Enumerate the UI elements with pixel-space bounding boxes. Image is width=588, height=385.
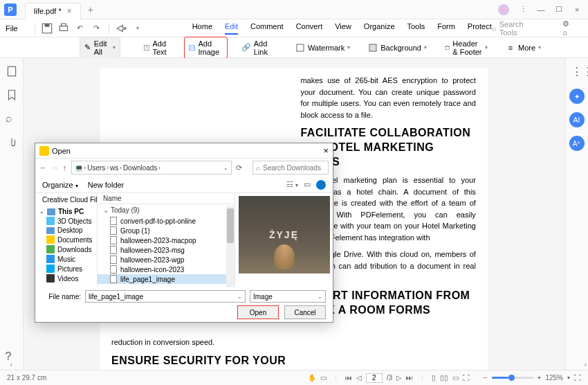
tab-edit[interactable]: Edit	[225, 22, 238, 35]
dialog-search-input[interactable]	[263, 164, 325, 172]
view-mode-icon[interactable]: ☷ ▾	[286, 180, 298, 189]
tab-tools[interactable]: Tools	[407, 22, 425, 35]
file-list[interactable]: Name ⌄Today (9) convert-pdf-to-ppt-onlin…	[98, 193, 235, 287]
close-dialog-icon[interactable]: ×	[323, 145, 329, 156]
tab-organize[interactable]: Organize	[364, 22, 395, 35]
minimize-icon[interactable]: —	[533, 3, 549, 17]
redo-icon[interactable]: ↷	[91, 22, 103, 35]
save-icon[interactable]	[41, 22, 53, 35]
dialog-title: Open	[52, 147, 71, 155]
open-file-dialog: Open × ← → ↑ 💻 › Users› ws› Downloads› ⌄…	[35, 143, 333, 323]
first-page-icon[interactable]: ⏮	[345, 374, 352, 382]
tab-protect[interactable]: Protect	[468, 22, 492, 35]
preview-pane-icon[interactable]: ▭	[304, 180, 311, 189]
file-item[interactable]: halloween-2023-msg	[98, 245, 235, 255]
more-menu-icon[interactable]: ⋮	[515, 3, 531, 17]
prev-page-icon[interactable]: ◁	[356, 374, 362, 382]
breadcrumb[interactable]: 💻 › Users› ws› Downloads› ⌄	[71, 161, 232, 174]
filename-input[interactable]: life_page1_image⌄	[85, 290, 246, 303]
tune-icon[interactable]: ⋮⋮	[571, 65, 582, 76]
cancel-button[interactable]: Cancel	[284, 305, 326, 319]
close-window-icon[interactable]: ×	[569, 3, 585, 17]
open-button[interactable]: Open	[237, 305, 279, 319]
share-icon[interactable]	[115, 22, 127, 35]
up-icon[interactable]: ↑	[63, 163, 67, 172]
add-image-button[interactable]: Add Image	[184, 37, 228, 59]
add-text-button[interactable]: T Add Text	[140, 37, 174, 58]
forward-icon[interactable]: →	[51, 163, 59, 172]
search-tools[interactable]: ⌕ Search Tools	[492, 20, 542, 37]
svg-rect-3	[61, 24, 66, 26]
organize-button[interactable]: Organize ▾	[42, 181, 78, 189]
refresh-icon[interactable]: ⟳	[236, 163, 248, 172]
next-page-icon[interactable]: ▷	[396, 374, 402, 382]
fit-icon[interactable]: ⛶	[463, 374, 470, 382]
file-group: ⌄Today (9)	[98, 204, 235, 216]
fullscreen-icon[interactable]: ⛶	[574, 374, 581, 382]
attachments-icon[interactable]	[6, 136, 18, 148]
column-header-name[interactable]: Name	[98, 193, 235, 204]
tree-node: Pictures	[35, 264, 97, 274]
account-avatar[interactable]	[498, 4, 509, 15]
ai-tool-3[interactable]: A⁺	[569, 136, 585, 151]
tab-view[interactable]: View	[335, 22, 351, 35]
continuous-icon[interactable]: ▯▯	[440, 374, 448, 382]
file-menu[interactable]: File	[6, 24, 18, 33]
file-item[interactable]: halloween-2023-macpop	[98, 235, 235, 245]
add-link-button[interactable]: 🔗 Add Link	[237, 37, 272, 58]
tree-node: Downloads	[35, 244, 97, 254]
bookmarks-icon[interactable]	[6, 89, 18, 101]
tab-home[interactable]: Home	[192, 22, 212, 35]
tab-convert[interactable]: Convert	[296, 22, 323, 35]
ai-tool-1[interactable]: ✦	[569, 89, 585, 104]
search-icon: ⌕	[492, 24, 497, 33]
file-item[interactable]: life_page1_image	[98, 274, 235, 284]
edit-all-button[interactable]: ✎ Edit All ▾	[80, 37, 120, 59]
settings-icon[interactable]: ⚙	[562, 19, 569, 28]
dialog-search[interactable]: ⌕	[252, 161, 329, 174]
header-footer-button[interactable]: Header & Footer ▾	[441, 37, 492, 58]
scrollbar[interactable]	[226, 206, 235, 287]
file-item[interactable]: halloween-2023-wgp	[98, 255, 235, 265]
scroll-left-icon[interactable]: ‹	[10, 361, 12, 368]
hand-tool-icon[interactable]: ✋	[308, 374, 316, 382]
new-folder-button[interactable]: New folder	[88, 181, 125, 189]
close-tab-icon[interactable]: ×	[67, 6, 72, 16]
single-page-icon[interactable]: ▯	[432, 374, 436, 382]
ribbon-tabs: Home Edit Comment Convert View Organize …	[192, 22, 492, 35]
image-icon	[189, 43, 195, 53]
zoom-slider[interactable]	[492, 377, 533, 379]
folder-tree[interactable]: Creative Cloud Fil ⌄This PC 3D Objects D…	[35, 193, 98, 287]
file-item[interactable]: halloween-icon-2023	[98, 265, 235, 274]
scroll-right-icon[interactable]: ›	[585, 361, 587, 368]
maximize-icon[interactable]: ☐	[551, 3, 567, 17]
ai-tool-2[interactable]: AI	[569, 112, 585, 127]
background-icon	[368, 43, 378, 53]
more-button[interactable]: ≡ More ▾	[502, 41, 545, 55]
background-button[interactable]: Background ▾	[364, 41, 431, 55]
undo-icon[interactable]: ↶	[74, 22, 86, 35]
page-input[interactable]	[366, 373, 383, 383]
search-panel-icon[interactable]: ⌕	[6, 112, 18, 125]
document-tab[interactable]: life.pdf * ×	[25, 3, 81, 19]
file-icon	[110, 226, 117, 235]
new-tab-button[interactable]: +	[88, 4, 93, 15]
file-item[interactable]: Group (1)	[98, 226, 235, 235]
two-page-icon[interactable]: ▭	[452, 374, 459, 382]
tree-node: Music	[35, 254, 97, 264]
tab-form[interactable]: Form	[437, 22, 455, 35]
zoom-in-icon[interactable]: +	[538, 374, 542, 382]
last-page-icon[interactable]: ⏭	[406, 374, 413, 382]
home-icon[interactable]: ⌂	[562, 28, 567, 37]
zoom-out-icon[interactable]: −	[484, 374, 488, 382]
filetype-filter[interactable]: Image⌄	[250, 290, 326, 303]
watermark-button[interactable]: Watermark ▾	[291, 41, 354, 55]
back-icon[interactable]: ←	[39, 163, 47, 172]
print-icon[interactable]	[57, 22, 70, 35]
select-tool-icon[interactable]: ▭	[320, 374, 327, 382]
thumbnails-icon[interactable]	[6, 65, 18, 78]
tree-node: Creative Cloud Fil	[35, 195, 97, 204]
dialog-help-icon[interactable]: ?	[316, 180, 326, 190]
tab-comment[interactable]: Comment	[250, 22, 284, 35]
file-item[interactable]: convert-pdf-to-ppt-online	[98, 216, 235, 226]
